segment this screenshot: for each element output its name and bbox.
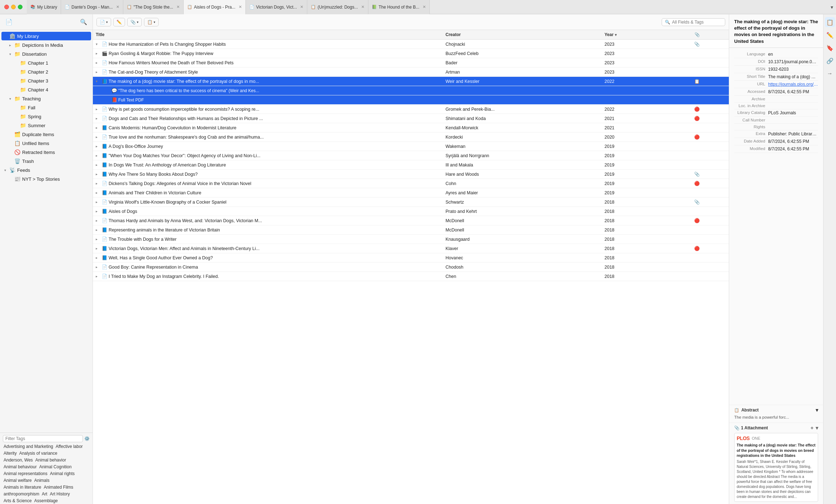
tag-item[interactable]: Alterity [3, 450, 18, 456]
close-button[interactable] [4, 5, 9, 9]
sidebar-item-teaching[interactable]: ▾ 📁 Teaching [1, 94, 91, 103]
sidebar-item-fall[interactable]: 📁 Fall [1, 103, 91, 112]
table-row[interactable]: ▸ 📄 Dickens's Talking Dogs: Allegories o… [93, 179, 729, 188]
sidebar-item-ch2[interactable]: 📁 Chapter 2 [1, 68, 91, 76]
sidebar-item-duplicate[interactable]: 🗂️ Duplicate Items [1, 130, 91, 139]
tag-item[interactable]: Animals in literature [3, 484, 42, 490]
table-row[interactable]: ▸ 📘 Victorian Dogs, Victorian Men: Affec… [93, 244, 729, 253]
tag-item[interactable]: Animals [34, 478, 50, 483]
new-item-toolbar-btn[interactable]: 📄 ▾ [96, 18, 111, 26]
attachment-toolbar-btn[interactable]: 📋 ▾ [144, 18, 159, 26]
tab-victorian-dogs[interactable]: 📄 Victorian Dogs, Vict... ✕ [246, 0, 307, 14]
row-expand-icon[interactable]: ▸ [96, 181, 101, 185]
tab-close-aisles-of-dogs[interactable]: ✕ [239, 5, 242, 9]
table-row[interactable]: ▸ 🎬 Ryan Gosling & Margot Robbie: The Pu… [93, 49, 729, 58]
table-row[interactable]: ▸ 📄 Why is pet goods consumption imperce… [93, 105, 729, 114]
search-input[interactable] [672, 20, 722, 25]
attachment-thumbnail[interactable]: PLOS ONE The making of a (dog) movie sta… [734, 433, 818, 502]
table-row[interactable]: ▾ 📘 The making of a (dog) movie star: Th… [93, 77, 729, 86]
tab-close-dog-stole[interactable]: ✕ [176, 5, 180, 9]
tab-dog-stole[interactable]: 📋 "The Dog Stole the... ✕ [123, 0, 184, 14]
table-row[interactable]: ▸ 📘 Canis Modernis: Human/Dog Coevolutio… [93, 123, 729, 133]
tag-item[interactable]: Anderson, Wes [3, 457, 34, 463]
row-expand-icon[interactable]: ▸ [96, 246, 101, 250]
sidebar-item-spring[interactable]: 📁 Spring [1, 112, 91, 121]
sidebar-item-depictions[interactable]: ▸ 📁 Depictions In Media [1, 41, 91, 49]
sidebar-item-trash[interactable]: 🗑️ Trash [1, 157, 91, 165]
tag-item[interactable]: Animal rights [49, 471, 75, 476]
fullscreen-button[interactable] [18, 5, 23, 9]
table-row[interactable]: ▸ 📘 Animals and Their Children in Victor… [93, 188, 729, 198]
tabs-overflow-btn[interactable]: ▾ [828, 4, 836, 10]
tab-my-library[interactable]: 📚 My Library [27, 0, 61, 14]
abstract-toggle-icon[interactable]: ▾ [816, 407, 818, 413]
row-expand-icon[interactable]: ▸ [96, 237, 101, 241]
sidebar-item-dissertation[interactable]: ▾ 📁 Dissertation [1, 50, 91, 58]
row-expand-icon[interactable]: ▾ [96, 42, 101, 46]
edit-icon[interactable]: ✏️ [825, 30, 835, 40]
table-row[interactable]: ▸ 📄 Virginia Woolf's Little-Known Biogra… [93, 198, 729, 207]
edit-toolbar-btn[interactable]: ✏️ [113, 18, 125, 26]
row-expand-icon[interactable]: ▸ [96, 116, 101, 120]
col-creator-header[interactable]: Creator [443, 30, 602, 40]
row-expand-icon[interactable]: ▸ [96, 154, 101, 158]
tag-filter-input[interactable] [3, 435, 83, 442]
tag-item[interactable]: Animal behaviour [3, 464, 38, 470]
sidebar-search-btn[interactable]: 🔍 [79, 18, 88, 26]
row-expand-icon[interactable]: ▸ [96, 163, 101, 167]
table-row[interactable]: ▸ 📄 The Cat-and-Dog Theory of Attachment… [93, 68, 729, 77]
row-expand-icon[interactable]: ▸ [96, 191, 101, 195]
table-row[interactable]: ▸ 📘 A Dog's Box-Office Journey Wakeman 2… [93, 142, 729, 151]
arrow-right-icon[interactable]: → [825, 69, 835, 79]
tag-item[interactable]: Animal Cognition [39, 464, 73, 470]
attachment-collapse-icon[interactable]: ▾ [816, 425, 818, 431]
tab-dantes-dogs[interactable]: 📄 Dante's Dogs - Man... ✕ [61, 0, 123, 14]
tag-item[interactable]: Animal representations [3, 471, 48, 476]
tab-hound[interactable]: 📗 The Hound of the B... ✕ [368, 0, 430, 14]
tab-close-victorian-dogs[interactable]: ✕ [300, 5, 303, 9]
row-expand-icon[interactable]: ▸ [96, 209, 101, 213]
row-expand-icon[interactable]: ▸ [96, 51, 101, 55]
table-row[interactable]: ▸ 📄 How Famous Writers Mourned the Death… [93, 58, 729, 68]
table-row[interactable]: ▸ 📄 I Tried to Make My Dog an Instagram … [93, 272, 729, 281]
tab-close-hound[interactable]: ✕ [423, 5, 426, 9]
row-expand-icon[interactable]: ▸ [96, 70, 101, 74]
tag-filter-icon[interactable]: ⚙️ [84, 436, 90, 441]
row-expand-icon[interactable]: ▾ [96, 79, 101, 83]
row-expand-icon[interactable]: ▸ [96, 126, 101, 130]
tab-unmuzzled[interactable]: 📋 (Un)muzzled: Dogs... ✕ [307, 0, 368, 14]
table-row[interactable]: ▸ 📘 Representing animals in the literatu… [93, 225, 729, 235]
table-subrow[interactable]: 💬 "The dog hero has been critical to the… [93, 86, 729, 95]
row-expand-icon[interactable]: ▸ [96, 135, 101, 139]
sidebar-item-retracted[interactable]: 🚫 Retracted Items [1, 148, 91, 156]
table-row[interactable]: ▸ 📄 Thomas Hardy and Animals by Anna Wes… [93, 216, 729, 225]
row-expand-icon[interactable]: ▸ [96, 256, 101, 260]
tag-item[interactable]: Animated Films [43, 484, 74, 490]
sidebar-item-summer[interactable]: 📁 Summer [1, 121, 91, 130]
sidebar-item-unfiled[interactable]: 📋 Unfiled Items [1, 139, 91, 148]
table-subrow[interactable]: 📕 Full Text PDF [93, 95, 729, 105]
tag-item[interactable]: Arts & Science [3, 498, 33, 504]
table-row[interactable]: ▸ 📄 True love and the nonhuman: Shakespe… [93, 133, 729, 142]
tag-item[interactable]: Affective labor [55, 444, 84, 449]
sidebar-item-feeds[interactable]: ▾ 📡 Feeds [1, 166, 91, 174]
row-expand-icon[interactable]: ▸ [96, 144, 101, 148]
tab-close-dantes-dogs[interactable]: ✕ [116, 5, 119, 9]
meta-value[interactable]: https://journals.plos.org/pl ... [768, 82, 818, 87]
table-row[interactable]: ▸ 📘 Aisles of Dogs Prato and Kehrt 2018 [93, 207, 729, 216]
row-expand-icon[interactable]: ▸ [96, 274, 101, 278]
table-row[interactable]: ▾ 📄 How the Humanization of Pets Is Chan… [93, 40, 729, 49]
tag-item[interactable]: Animal welfare [3, 478, 33, 483]
sidebar-item-nyt[interactable]: 📰 NYT > Top Stories [1, 175, 91, 183]
info-icon[interactable]: 📋 [825, 17, 835, 27]
table-row[interactable]: ▸ 📄 The Trouble with Dogs for a Writer K… [93, 235, 729, 244]
row-expand-icon[interactable]: ▸ [96, 219, 101, 223]
sidebar-item-ch1[interactable]: 📁 Chapter 1 [1, 59, 91, 67]
sidebar-item-ch3[interactable]: 📁 Chapter 3 [1, 76, 91, 85]
row-expand-icon[interactable]: ▸ [96, 172, 101, 176]
table-row[interactable]: ▸ 📘 In Dogs We Trust: An Anthology of Am… [93, 160, 729, 170]
tag-item[interactable]: Assemblage [34, 498, 59, 504]
tag-item[interactable]: Art History [49, 491, 70, 497]
table-row[interactable]: ▸ 📘 Well, Has a Single Good Author Ever … [93, 253, 729, 263]
tag-item[interactable]: anthropomorphism [3, 491, 40, 497]
